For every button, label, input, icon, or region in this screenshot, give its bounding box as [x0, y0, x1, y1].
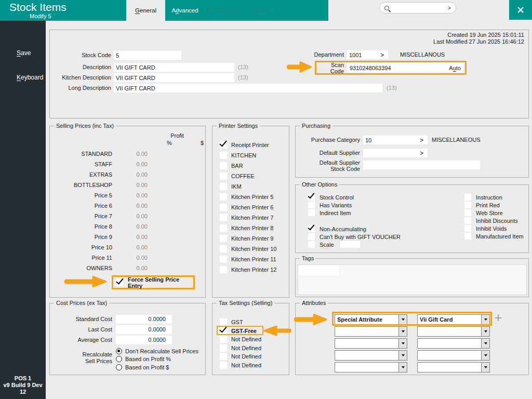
printer-checkbox[interactable] — [220, 266, 227, 273]
dropdown-arrow-icon[interactable] — [481, 351, 489, 360]
attribute-name-value — [335, 339, 398, 348]
attribute-value-dropdown[interactable] — [417, 326, 490, 337]
tax-checkbox[interactable] — [220, 344, 227, 352]
long-description-field[interactable]: VII GIFT CARD — [114, 84, 382, 92]
printer-checkbox[interactable] — [220, 141, 227, 149]
dropdown-arrow-icon[interactable] — [398, 351, 407, 360]
tax-checkbox[interactable] — [220, 353, 227, 360]
supplier-stock-code-field[interactable] — [363, 161, 480, 169]
price-value[interactable]: 0.00 — [112, 223, 148, 230]
purchase-category-lookup-icon[interactable]: > — [420, 137, 425, 144]
option-checkbox[interactable] — [464, 233, 471, 240]
cost-field[interactable]: 0.0000 — [116, 315, 172, 324]
cost-label: Last Cost — [50, 326, 112, 332]
department-lookup-icon[interactable]: > — [380, 51, 386, 59]
stock-code-field[interactable]: 5 — [114, 51, 181, 60]
long-description-label: Long Description — [50, 85, 111, 91]
scan-code-field[interactable]: 9310248063394 Auto — [347, 63, 463, 73]
force-selling-checkbox[interactable] — [116, 279, 124, 286]
dropdown-arrow-icon[interactable] — [481, 339, 489, 348]
cost-field[interactable]: 0.0000 — [116, 336, 172, 344]
printer-label: Kitchen Printer 10 — [231, 246, 276, 252]
option-checkbox[interactable] — [308, 233, 315, 240]
option-checkbox[interactable] — [464, 194, 471, 201]
auto-button[interactable]: Auto — [449, 65, 461, 71]
attribute-row — [335, 338, 490, 349]
attribute-value-dropdown[interactable] — [417, 338, 490, 349]
dropdown-arrow-icon[interactable] — [481, 363, 489, 372]
purchase-category-field[interactable]: 10 > — [363, 136, 428, 144]
attribute-name-dropdown[interactable] — [335, 350, 407, 361]
option-checkbox[interactable] — [308, 225, 315, 232]
save-button[interactable]: Save — [17, 49, 31, 57]
tab-general[interactable]: General — [126, 0, 165, 21]
printer-checkbox[interactable] — [220, 183, 227, 190]
price-value[interactable]: 0.00 — [112, 171, 148, 178]
option-checkbox[interactable] — [464, 217, 471, 224]
default-supplier-lookup-icon[interactable]: > — [420, 150, 425, 157]
printer-checkbox[interactable] — [220, 193, 227, 201]
price-value[interactable]: 0.00 — [112, 213, 148, 219]
attribute-name-dropdown[interactable] — [335, 362, 407, 373]
department-field[interactable]: 1001 > — [347, 50, 388, 59]
printer-checkbox[interactable] — [220, 235, 227, 242]
tags-area[interactable] — [298, 264, 527, 295]
tax-checkbox[interactable] — [220, 336, 227, 343]
recalculate-radio[interactable] — [116, 348, 122, 354]
option-checkbox[interactable] — [308, 241, 315, 248]
selling-price-row: Price 8 0.00 — [50, 221, 205, 232]
option-row: Print Red — [464, 201, 524, 209]
selling-price-row: OWNERS 0.00 — [50, 263, 205, 273]
price-value[interactable]: 0.00 — [112, 255, 148, 261]
search-box[interactable]: > — [379, 2, 456, 14]
option-checkbox[interactable] — [464, 225, 471, 232]
search-go-icon[interactable]: > — [448, 5, 451, 11]
annotation-box-scan-code: Scan Code 9310248063394 Auto — [315, 61, 467, 75]
dropdown-arrow-icon[interactable] — [481, 327, 489, 336]
price-value[interactable]: 0.00 — [112, 265, 148, 271]
option-label: Indirect Item — [320, 210, 351, 216]
option-checkbox[interactable] — [308, 202, 315, 208]
recalculate-radio[interactable] — [116, 356, 122, 362]
attribute-name-dropdown[interactable] — [335, 338, 407, 349]
search-input[interactable] — [392, 5, 448, 11]
printer-checkbox[interactable] — [220, 152, 227, 159]
printer-checkbox[interactable] — [220, 245, 227, 252]
price-value[interactable]: 0.00 — [112, 234, 148, 240]
price-value[interactable]: 0.00 — [112, 244, 148, 250]
printer-checkbox[interactable] — [220, 256, 227, 263]
option-checkbox[interactable] — [464, 209, 471, 216]
keyboard-button[interactable]: Keyboard — [17, 74, 43, 81]
tax-checkbox[interactable] — [220, 362, 227, 369]
printer-checkbox[interactable] — [220, 224, 227, 232]
recalculate-radio[interactable] — [116, 364, 122, 370]
attribute-name-dropdown[interactable] — [335, 326, 407, 337]
option-checkbox[interactable] — [308, 194, 315, 201]
price-value[interactable]: 0.00 — [112, 182, 148, 188]
printer-checkbox[interactable] — [220, 172, 227, 180]
dropdown-arrow-icon[interactable] — [398, 327, 407, 336]
kitchen-description-field[interactable]: VII GIFT CARD — [114, 73, 234, 82]
attribute-value-dropdown[interactable] — [417, 350, 490, 361]
printer-checkbox[interactable] — [220, 204, 227, 211]
attribute-value-dropdown[interactable] — [417, 362, 490, 373]
tag-input[interactable] — [298, 265, 339, 275]
option-checkbox[interactable] — [464, 202, 471, 208]
printer-label: Kitchen Printer 8 — [231, 225, 273, 231]
dropdown-arrow-icon[interactable] — [398, 363, 407, 372]
scale-field[interactable] — [340, 241, 360, 248]
option-checkbox[interactable] — [308, 209, 315, 216]
price-value[interactable]: 0.00 — [112, 151, 148, 157]
description-field[interactable]: VII GIFT CARD — [114, 63, 234, 72]
add-attribute-button[interactable]: + — [493, 311, 504, 324]
printer-checkbox[interactable] — [220, 162, 227, 169]
default-supplier-field[interactable]: > — [363, 149, 428, 157]
tab-advanced[interactable]: Advanced — [165, 0, 205, 21]
price-value[interactable]: 0.00 — [112, 161, 148, 167]
printer-checkbox[interactable] — [220, 214, 227, 221]
cost-field[interactable]: 0.0000 — [116, 325, 172, 334]
price-value[interactable]: 0.00 — [112, 192, 148, 198]
dropdown-arrow-icon[interactable] — [398, 339, 407, 348]
close-button[interactable]: ✕ — [509, 0, 532, 20]
price-value[interactable]: 0.00 — [112, 203, 148, 209]
